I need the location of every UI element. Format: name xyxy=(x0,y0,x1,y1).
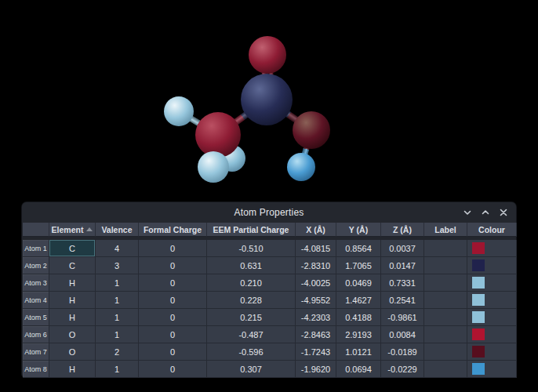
cell-y[interactable]: 1.7065 xyxy=(336,257,381,274)
cell-eem_partial_charge[interactable]: 0.307 xyxy=(207,361,296,378)
column-header-z[interactable]: Z (Å) xyxy=(381,223,424,237)
cell-eem_partial_charge[interactable]: -0.487 xyxy=(207,326,296,343)
cell-colour[interactable] xyxy=(467,274,517,292)
atom-6-o-sphere[interactable] xyxy=(249,36,286,74)
panel-titlebar[interactable]: Atom Properties xyxy=(22,202,516,223)
cell-valence[interactable]: 1 xyxy=(96,361,139,378)
row-header[interactable]: Atom 8 xyxy=(23,361,49,378)
cell-element[interactable]: H xyxy=(49,361,96,378)
cell-y[interactable]: 0.8564 xyxy=(336,240,381,257)
cell-formal_charge[interactable]: 0 xyxy=(139,274,207,292)
cell-colour[interactable] xyxy=(467,257,517,274)
cell-y[interactable]: 1.0121 xyxy=(336,343,381,361)
cell-z[interactable]: 0.0037 xyxy=(381,240,424,257)
cell-label[interactable] xyxy=(424,274,467,292)
column-header-label[interactable]: Label xyxy=(424,223,467,237)
colour-swatch[interactable] xyxy=(472,363,485,375)
row-header[interactable]: Atom 5 xyxy=(23,309,49,326)
colour-swatch[interactable] xyxy=(472,277,485,289)
cell-label[interactable] xyxy=(424,309,467,326)
cell-label[interactable] xyxy=(424,240,467,257)
column-header-y[interactable]: Y (Å) xyxy=(336,223,381,237)
cell-eem_partial_charge[interactable]: 0.228 xyxy=(207,292,296,309)
column-header-valence[interactable]: Valence xyxy=(96,223,139,237)
cell-z[interactable]: -0.0189 xyxy=(381,343,424,361)
table-corner-header[interactable] xyxy=(23,223,49,237)
cell-formal_charge[interactable]: 0 xyxy=(139,343,207,361)
cell-element[interactable]: O xyxy=(49,326,96,343)
cell-x[interactable]: -1.7243 xyxy=(296,343,336,361)
cell-eem_partial_charge[interactable]: 0.631 xyxy=(207,257,296,274)
cell-colour[interactable] xyxy=(467,240,517,257)
cell-z[interactable]: -0.9861 xyxy=(381,309,424,326)
cell-formal_charge[interactable]: 0 xyxy=(139,240,207,257)
cell-colour[interactable] xyxy=(467,326,517,343)
cell-x[interactable]: -2.8310 xyxy=(296,257,336,274)
column-header-eem_partial_charge[interactable]: EEM Partial Charge xyxy=(207,223,296,237)
cell-element[interactable]: H xyxy=(49,292,96,309)
cell-x[interactable]: -4.0815 xyxy=(296,240,336,257)
cell-formal_charge[interactable]: 0 xyxy=(139,292,207,309)
cell-colour[interactable] xyxy=(467,361,517,378)
column-header-x[interactable]: X (Å) xyxy=(296,223,336,237)
atom-8-h-sphere[interactable] xyxy=(287,153,315,181)
row-header[interactable]: Atom 1 xyxy=(23,240,49,257)
cell-element[interactable]: O xyxy=(49,343,96,361)
atom-1-c-sphere[interactable] xyxy=(195,112,241,158)
cell-z[interactable]: 0.0147 xyxy=(381,257,424,274)
cell-element[interactable]: C xyxy=(49,240,96,257)
column-header-element[interactable]: Element xyxy=(49,223,96,237)
cell-colour[interactable] xyxy=(467,343,517,361)
cell-valence[interactable]: 2 xyxy=(96,343,139,361)
cell-label[interactable] xyxy=(424,343,467,361)
cell-valence[interactable]: 1 xyxy=(96,292,139,309)
cell-formal_charge[interactable]: 0 xyxy=(139,257,207,274)
cell-colour[interactable] xyxy=(467,309,517,326)
cell-x[interactable]: -4.9552 xyxy=(296,292,336,309)
colour-swatch[interactable] xyxy=(472,260,485,271)
cell-eem_partial_charge[interactable]: 0.215 xyxy=(207,309,296,326)
row-header[interactable]: Atom 4 xyxy=(23,292,49,309)
cell-formal_charge[interactable]: 0 xyxy=(139,309,207,326)
row-header[interactable]: Atom 2 xyxy=(23,257,49,274)
cell-eem_partial_charge[interactable]: -0.510 xyxy=(207,240,296,257)
cell-x[interactable]: -4.0025 xyxy=(296,274,336,292)
row-header[interactable]: Atom 7 xyxy=(23,343,49,361)
molecule-viewport[interactable] xyxy=(0,0,538,202)
row-header[interactable]: Atom 6 xyxy=(23,326,49,343)
colour-swatch[interactable] xyxy=(472,346,485,358)
atom-3-h-sphere[interactable] xyxy=(198,151,229,183)
expand-button[interactable] xyxy=(478,205,493,220)
close-button[interactable] xyxy=(496,205,511,220)
cell-valence[interactable]: 3 xyxy=(96,257,139,274)
cell-y[interactable]: 2.9193 xyxy=(336,326,381,343)
cell-valence[interactable]: 1 xyxy=(96,326,139,343)
cell-formal_charge[interactable]: 0 xyxy=(139,326,207,343)
cell-valence[interactable]: 1 xyxy=(96,309,139,326)
cell-label[interactable] xyxy=(424,292,467,309)
column-header-colour[interactable]: Colour xyxy=(467,223,517,237)
cell-label[interactable] xyxy=(424,257,467,274)
cell-x[interactable]: -2.8463 xyxy=(296,326,336,343)
cell-valence[interactable]: 4 xyxy=(96,240,139,257)
cell-z[interactable]: 0.7331 xyxy=(381,274,424,292)
colour-swatch[interactable] xyxy=(472,328,485,340)
atom-4-h-sphere[interactable] xyxy=(164,96,194,126)
atom-2-c-sphere[interactable] xyxy=(241,74,293,125)
cell-label[interactable] xyxy=(424,326,467,343)
cell-y[interactable]: 0.0469 xyxy=(336,274,381,292)
cell-y[interactable]: 0.4188 xyxy=(336,309,381,326)
cell-element[interactable]: C xyxy=(49,257,96,274)
colour-swatch[interactable] xyxy=(472,242,485,254)
colour-swatch[interactable] xyxy=(472,294,485,306)
cell-z[interactable]: 0.2541 xyxy=(381,292,424,309)
cell-element[interactable]: H xyxy=(49,309,96,326)
column-header-formal_charge[interactable]: Formal Charge xyxy=(139,223,207,237)
cell-z[interactable]: -0.0229 xyxy=(381,361,424,378)
cell-valence[interactable]: 1 xyxy=(96,274,139,292)
cell-formal_charge[interactable]: 0 xyxy=(139,361,207,378)
row-header[interactable]: Atom 3 xyxy=(23,274,49,292)
cell-label[interactable] xyxy=(424,361,467,378)
cell-colour[interactable] xyxy=(467,292,517,309)
colour-swatch[interactable] xyxy=(472,311,485,323)
